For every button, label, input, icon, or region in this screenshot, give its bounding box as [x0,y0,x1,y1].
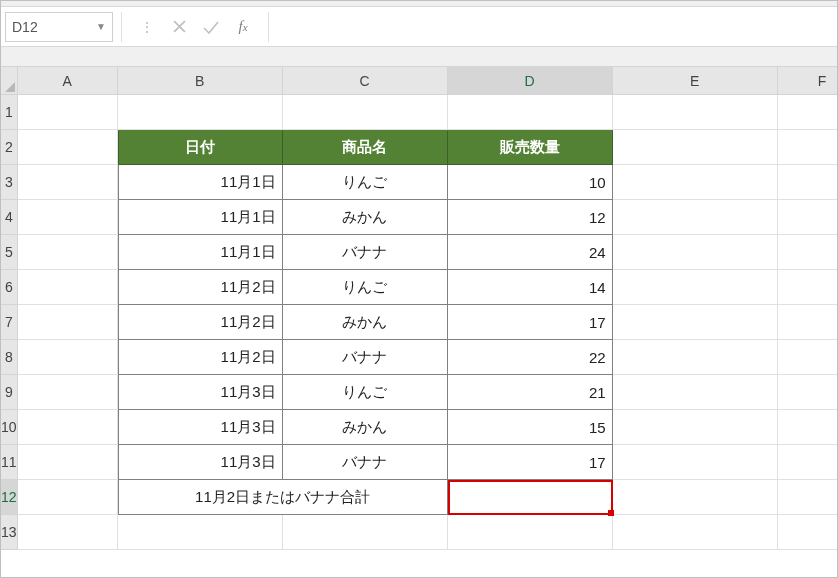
row-header[interactable]: 3 [1,165,18,200]
table-cell-product[interactable]: みかん [283,305,448,340]
cell[interactable] [613,235,778,270]
cell[interactable] [118,95,283,130]
cell[interactable] [778,270,838,305]
cell[interactable] [18,410,118,445]
table-cell-date[interactable]: 11月1日 [118,200,283,235]
table-footer-label[interactable]: 11月2日またはバナナ合計 [118,480,448,515]
row-header[interactable]: 11 [1,445,18,480]
table-cell-product[interactable]: りんご [283,165,448,200]
cell[interactable] [18,270,118,305]
table-cell-product[interactable]: みかん [283,410,448,445]
cell[interactable] [778,165,838,200]
table-cell-product[interactable]: りんご [283,375,448,410]
cell[interactable] [18,165,118,200]
fx-icon[interactable]: fx [234,18,252,36]
cell[interactable] [613,95,778,130]
column-header[interactable]: D [448,67,613,95]
table-cell-qty[interactable]: 24 [448,235,613,270]
table-cell-qty[interactable]: 17 [448,305,613,340]
enter-icon[interactable] [202,18,220,36]
column-header[interactable]: E [613,67,778,95]
name-box[interactable]: D12 ▼ [5,12,113,42]
cell[interactable] [18,200,118,235]
column-header[interactable]: B [118,67,283,95]
column-header[interactable]: F [778,67,838,95]
cell[interactable] [18,480,118,515]
cell[interactable] [613,410,778,445]
table-cell-date[interactable]: 11月1日 [118,165,283,200]
row-header[interactable]: 2 [1,130,18,165]
cell[interactable] [18,235,118,270]
cell[interactable] [18,130,118,165]
row-header[interactable]: 10 [1,410,18,445]
cell[interactable] [613,200,778,235]
formula-input[interactable] [277,12,837,42]
table-cell-date[interactable]: 11月3日 [118,445,283,480]
cell[interactable] [778,340,838,375]
cell[interactable] [613,480,778,515]
row-header[interactable]: 1 [1,95,18,130]
table-cell-product[interactable]: りんご [283,270,448,305]
cell[interactable] [613,445,778,480]
table-cell-product[interactable]: バナナ [283,445,448,480]
table-cell-date[interactable]: 11月2日 [118,270,283,305]
table-cell-qty[interactable]: 17 [448,445,613,480]
cell[interactable] [18,375,118,410]
cell[interactable] [118,515,283,550]
cell[interactable] [448,515,613,550]
table-cell-product[interactable]: バナナ [283,340,448,375]
cell[interactable] [613,270,778,305]
table-cell-qty[interactable]: 21 [448,375,613,410]
table-header-qty[interactable]: 販売数量 [448,130,613,165]
table-footer-value[interactable] [448,480,613,515]
cell[interactable] [613,130,778,165]
cell[interactable] [778,95,838,130]
cell[interactable] [283,95,448,130]
table-cell-date[interactable]: 11月1日 [118,235,283,270]
column-header[interactable]: A [18,67,118,95]
table-cell-qty[interactable]: 10 [448,165,613,200]
row-header[interactable]: 12 [1,480,18,515]
cell[interactable] [778,375,838,410]
cell[interactable] [778,410,838,445]
cell[interactable] [778,515,838,550]
row-header[interactable]: 5 [1,235,18,270]
table-cell-date[interactable]: 11月3日 [118,410,283,445]
row-header[interactable]: 9 [1,375,18,410]
cell[interactable] [778,235,838,270]
cancel-icon[interactable] [170,18,188,36]
dropdown-icon[interactable]: ▼ [96,21,106,32]
cell[interactable] [778,305,838,340]
table-cell-qty[interactable]: 12 [448,200,613,235]
row-header[interactable]: 7 [1,305,18,340]
cell[interactable] [18,340,118,375]
cell[interactable] [18,95,118,130]
cell[interactable] [283,515,448,550]
cell[interactable] [613,340,778,375]
cell[interactable] [613,375,778,410]
table-cell-date[interactable]: 11月2日 [118,305,283,340]
table-cell-date[interactable]: 11月2日 [118,340,283,375]
cell[interactable] [18,515,118,550]
table-header-date[interactable]: 日付 [118,130,283,165]
cell[interactable] [18,445,118,480]
table-cell-product[interactable]: みかん [283,200,448,235]
cell[interactable] [613,305,778,340]
table-cell-qty[interactable]: 22 [448,340,613,375]
table-cell-date[interactable]: 11月3日 [118,375,283,410]
cell[interactable] [778,200,838,235]
row-header[interactable]: 13 [1,515,18,550]
row-header[interactable]: 8 [1,340,18,375]
table-cell-qty[interactable]: 15 [448,410,613,445]
cell[interactable] [613,515,778,550]
table-cell-product[interactable]: バナナ [283,235,448,270]
select-all-corner[interactable] [1,67,18,95]
cell[interactable] [613,165,778,200]
cell[interactable] [778,480,838,515]
row-header[interactable]: 4 [1,200,18,235]
row-header[interactable]: 6 [1,270,18,305]
table-header-product[interactable]: 商品名 [283,130,448,165]
cell[interactable] [448,95,613,130]
cell[interactable] [778,445,838,480]
table-cell-qty[interactable]: 14 [448,270,613,305]
